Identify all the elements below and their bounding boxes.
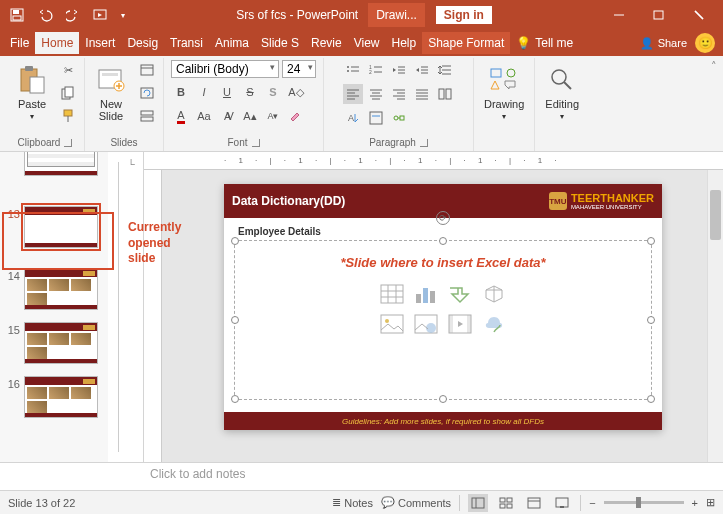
bold-button[interactable]: B bbox=[171, 82, 191, 102]
align-center-button[interactable] bbox=[366, 84, 386, 104]
clear-formatting-button[interactable]: A◇ bbox=[286, 82, 306, 102]
cut-button[interactable]: ✂ bbox=[58, 60, 78, 80]
thumb-14[interactable]: 14 bbox=[4, 268, 108, 310]
insert-chart-icon[interactable] bbox=[412, 282, 440, 306]
tab-transitions[interactable]: Transi bbox=[164, 32, 209, 54]
font-name-select[interactable]: Calibri (Body) bbox=[171, 60, 279, 78]
insert-online-picture-icon[interactable] bbox=[412, 312, 440, 336]
insert-icon-icon[interactable] bbox=[480, 312, 508, 336]
thumb-12[interactable]: 12 bbox=[4, 152, 108, 176]
scrollbar-thumb[interactable] bbox=[710, 190, 721, 240]
increase-font-button[interactable]: A▴ bbox=[240, 106, 260, 126]
dialog-launcher-icon[interactable] bbox=[252, 139, 260, 147]
resize-handle[interactable] bbox=[231, 395, 239, 403]
increase-indent-button[interactable] bbox=[412, 60, 432, 80]
thumbnail-pane[interactable]: 12 13 14 15 16 bbox=[0, 152, 108, 462]
collapse-ribbon-icon[interactable]: ˄ bbox=[711, 60, 717, 73]
zoom-slider[interactable] bbox=[604, 501, 684, 504]
shadow-button[interactable]: S bbox=[263, 82, 283, 102]
reading-view-button[interactable] bbox=[524, 494, 544, 512]
resize-handle[interactable] bbox=[439, 237, 447, 245]
close-button[interactable] bbox=[679, 0, 719, 30]
tab-insert[interactable]: Insert bbox=[79, 32, 121, 54]
share-button[interactable]: 👤Share bbox=[640, 37, 687, 50]
align-text-button[interactable] bbox=[366, 108, 386, 128]
smartart-button[interactable] bbox=[389, 108, 409, 128]
change-case-button[interactable]: Aa bbox=[194, 106, 214, 126]
decrease-font-button[interactable]: A▾ bbox=[263, 106, 283, 126]
normal-view-button[interactable] bbox=[468, 494, 488, 512]
paste-button[interactable]: Paste ▾ bbox=[12, 60, 52, 126]
drawing-button[interactable]: Drawing ▾ bbox=[480, 60, 528, 125]
maximize-button[interactable] bbox=[639, 0, 679, 30]
comments-toggle[interactable]: 💬 Comments bbox=[381, 496, 451, 509]
bullets-button[interactable] bbox=[343, 60, 363, 80]
insert-table-icon[interactable] bbox=[378, 282, 406, 306]
dialog-launcher-icon[interactable] bbox=[420, 139, 428, 147]
qat-more-icon[interactable]: ▾ bbox=[116, 2, 130, 28]
slide-counter[interactable]: Slide 13 of 22 bbox=[8, 497, 75, 509]
feedback-face-icon[interactable]: 🙂 bbox=[695, 33, 715, 53]
resize-handle[interactable] bbox=[231, 316, 239, 324]
insert-3d-icon[interactable] bbox=[480, 282, 508, 306]
thumb-16[interactable]: 16 bbox=[4, 376, 108, 418]
tab-shape-format[interactable]: Shape Format bbox=[422, 32, 510, 54]
redo-icon[interactable] bbox=[60, 2, 86, 28]
layout-button[interactable] bbox=[137, 60, 157, 80]
insert-video-icon[interactable] bbox=[446, 312, 474, 336]
resize-handle[interactable] bbox=[647, 316, 655, 324]
vertical-scrollbar[interactable] bbox=[707, 170, 723, 462]
copy-button[interactable] bbox=[58, 83, 78, 103]
resize-handle[interactable] bbox=[647, 237, 655, 245]
minimize-button[interactable] bbox=[599, 0, 639, 30]
reset-button[interactable] bbox=[137, 83, 157, 103]
text-direction-button[interactable]: A bbox=[343, 108, 363, 128]
tab-animations[interactable]: Anima bbox=[209, 32, 255, 54]
columns-button[interactable] bbox=[435, 84, 455, 104]
sorter-view-button[interactable] bbox=[496, 494, 516, 512]
undo-icon[interactable] bbox=[32, 2, 58, 28]
fit-to-window-button[interactable]: ⊞ bbox=[706, 496, 715, 509]
resize-handle[interactable] bbox=[231, 237, 239, 245]
sign-in-button[interactable]: Sign in bbox=[435, 5, 493, 25]
new-slide-button[interactable]: New Slide bbox=[91, 60, 131, 126]
tab-design[interactable]: Desig bbox=[121, 32, 164, 54]
slide-editor[interactable]: · 1 · | · 1 · | · 1 · | · 1 · | · 1 · | … bbox=[144, 152, 723, 462]
decrease-indent-button[interactable] bbox=[389, 60, 409, 80]
tab-view[interactable]: View bbox=[348, 32, 386, 54]
thumb-15[interactable]: 15 bbox=[4, 322, 108, 364]
zoom-thumb[interactable] bbox=[636, 497, 641, 508]
start-from-beginning-icon[interactable] bbox=[88, 2, 114, 28]
dialog-launcher-icon[interactable] bbox=[64, 139, 72, 147]
italic-button[interactable]: I bbox=[194, 82, 214, 102]
highlight-button[interactable] bbox=[286, 106, 306, 126]
resize-handle[interactable] bbox=[439, 395, 447, 403]
tab-file[interactable]: File bbox=[4, 32, 35, 54]
editing-button[interactable]: Editing ▾ bbox=[541, 60, 583, 125]
content-placeholder[interactable]: *Slide where to insert Excel data* bbox=[234, 240, 652, 400]
justify-button[interactable] bbox=[412, 84, 432, 104]
slideshow-view-button[interactable] bbox=[552, 494, 572, 512]
format-painter-button[interactable] bbox=[58, 106, 78, 126]
save-icon[interactable] bbox=[4, 2, 30, 28]
font-color-button[interactable]: A bbox=[171, 106, 191, 126]
tab-review[interactable]: Revie bbox=[305, 32, 348, 54]
rotate-handle-icon[interactable]: ⟳ bbox=[436, 211, 450, 225]
resize-handle[interactable] bbox=[647, 395, 655, 403]
notes-pane[interactable]: Click to add notes bbox=[0, 462, 723, 490]
notes-toggle[interactable]: ≣ Notes bbox=[332, 496, 373, 509]
tab-help[interactable]: Help bbox=[386, 32, 423, 54]
section-button[interactable] bbox=[137, 106, 157, 126]
align-left-button[interactable] bbox=[343, 84, 363, 104]
font-size-select[interactable]: 24 bbox=[282, 60, 316, 78]
tab-home[interactable]: Home bbox=[35, 32, 79, 54]
strikethrough-button[interactable]: S bbox=[240, 82, 260, 102]
zoom-in-button[interactable]: + bbox=[692, 497, 698, 509]
align-right-button[interactable] bbox=[389, 84, 409, 104]
zoom-out-button[interactable]: − bbox=[589, 497, 595, 509]
character-spacing-button[interactable]: AV bbox=[217, 106, 237, 126]
numbering-button[interactable]: 12 bbox=[366, 60, 386, 80]
line-spacing-button[interactable] bbox=[435, 60, 455, 80]
slide-canvas[interactable]: Data Dictionary(DD) TMU TEERTHANKERMAHAV… bbox=[224, 184, 662, 430]
tab-slideshow[interactable]: Slide S bbox=[255, 32, 305, 54]
